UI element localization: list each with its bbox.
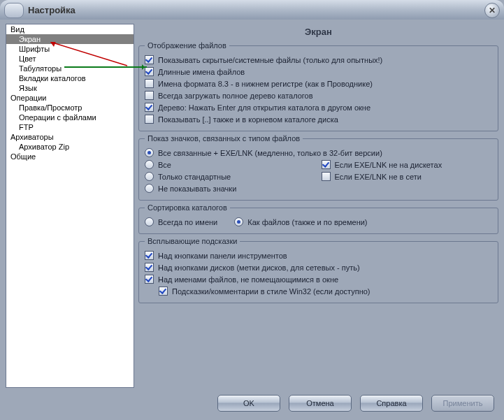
sort-radio-1-radio[interactable] — [234, 217, 243, 226]
icons-radio-3-row: Не показывать значки — [145, 182, 316, 194]
tree-item[interactable]: Вид — [6, 24, 134, 34]
icons-check-0-checkbox[interactable] — [322, 160, 331, 169]
tips-check-0-checkbox[interactable] — [145, 251, 154, 260]
pane-title: Экран — [138, 24, 498, 38]
tips-check-2-label: Над именами файлов, не помещающимися в о… — [158, 275, 338, 284]
main-area: ВидЭкранШрифтыЦветТабуляторыВкладки ката… — [6, 24, 498, 388]
display-opt-3-label: Всегда загружать полное дерево каталогов — [158, 92, 313, 100]
icons-check-1-label: Если EXE/LNK не в сети — [335, 173, 422, 181]
display-opt-2-checkbox[interactable] — [145, 79, 154, 88]
display-opt-2-label: Имена формата 8.3 - в нижнем регистре (к… — [158, 80, 373, 88]
settings-window: Настройка ✕ ВидЭкранШрифтыЦветТабуляторы… — [0, 0, 504, 420]
display-opt-4-row: Дерево: Нажать Enter для открытия катало… — [145, 101, 492, 113]
tree-item[interactable]: Экран — [6, 34, 134, 44]
display-opt-5-checkbox[interactable] — [145, 115, 154, 124]
icons-check-0-row: Если EXE/LNK не на дискетах — [322, 159, 493, 171]
button-bar: OK Отмена Справка Применить — [6, 388, 498, 414]
settings-pane: Экран Отображение файлов Показывать скры… — [138, 24, 498, 388]
display-opt-0-row: Показывать скрытые/системные файлы (толь… — [145, 54, 492, 66]
cancel-button[interactable]: Отмена — [289, 395, 352, 412]
tips-check-0-row: Над кнопками панели инструментов — [145, 249, 492, 261]
icons-radio-1-row: Все — [145, 159, 316, 171]
display-opt-1-row: Длинные имена файлов — [145, 66, 492, 78]
sort-radio-0-radio[interactable] — [145, 217, 154, 226]
ok-button[interactable]: OK — [217, 395, 280, 412]
tree-item[interactable]: Шрифты — [6, 44, 134, 54]
tree-item[interactable]: Вкладки каталогов — [6, 73, 134, 83]
sort-radio-1-row: Как файлов (также и по времени) — [234, 216, 367, 228]
tree-item[interactable]: Правка/Просмотр — [6, 103, 134, 113]
group-sort-legend: Сортировка каталогов — [145, 203, 230, 212]
group-icons: Показ значков, связанных с типом файлов … — [138, 134, 498, 201]
icons-radio-1-label: Все — [158, 161, 171, 169]
display-opt-0-checkbox[interactable] — [145, 55, 154, 64]
help-button[interactable]: Справка — [360, 395, 423, 412]
display-opt-3-row: Всегда загружать полное дерево каталогов — [145, 89, 492, 101]
category-tree[interactable]: ВидЭкранШрифтыЦветТабуляторыВкладки ката… — [6, 24, 134, 388]
tips-sub-checkbox[interactable] — [159, 287, 168, 296]
tree-item[interactable]: Операции с файлами — [6, 113, 134, 122]
tips-sub-row: Подсказки/комментарии в стиле Win32 (есл… — [145, 285, 492, 297]
icons-radio-2-label: Только стандартные — [158, 173, 231, 181]
tips-sub-label: Подсказки/комментарии в стиле Win32 (есл… — [172, 287, 370, 296]
group-tooltips: Всплывающие подсказки Над кнопками панел… — [138, 237, 498, 303]
tree-item[interactable]: Табуляторы — [6, 64, 134, 73]
tree-item[interactable]: Общие — [6, 152, 134, 161]
tree-item[interactable]: FTP — [6, 122, 134, 132]
group-sort: Сортировка каталогов Всегда по имениКак … — [138, 203, 498, 234]
icons-radio-0-row: Все связанные + EXE/LNK (медленно, тольк… — [145, 147, 492, 159]
tips-check-0-label: Над кнопками панели инструментов — [158, 252, 287, 260]
group-file-display: Отображение файлов Показывать скрытые/си… — [138, 41, 498, 131]
display-opt-1-label: Длинные имена файлов — [158, 68, 245, 76]
display-opt-4-label: Дерево: Нажать Enter для открытия катало… — [158, 103, 370, 112]
icons-radio-0-radio[interactable] — [145, 148, 154, 157]
icons-radio-3-radio[interactable] — [145, 184, 154, 193]
tips-check-1-label: Над кнопками дисков (метки дисков, для с… — [158, 263, 360, 272]
tips-check-1-checkbox[interactable] — [145, 263, 154, 272]
icons-radio-2-radio[interactable] — [145, 172, 154, 181]
tips-check-1-row: Над кнопками дисков (метки дисков, для с… — [145, 261, 492, 273]
icons-radio-0-label: Все связанные + EXE/LNK (медленно, тольк… — [158, 149, 382, 157]
display-opt-2-row: Имена формата 8.3 - в нижнем регистре (к… — [145, 78, 492, 89]
tree-item[interactable]: Архиватор Zip — [6, 142, 134, 152]
window-title: Настройка — [28, 5, 75, 15]
sort-radio-0-label: Всегда по имени — [158, 218, 217, 226]
tree-item[interactable]: Язык — [6, 83, 134, 93]
icons-check-1-checkbox[interactable] — [322, 172, 331, 181]
apply-button: Применить — [431, 395, 494, 412]
icons-radio-2-row: Только стандартные — [145, 171, 316, 182]
display-opt-0-label: Показывать скрытые/системные файлы (толь… — [158, 56, 382, 64]
titlebar: Настройка ✕ — [0, 0, 504, 20]
icons-check-1-row: Если EXE/LNK не в сети — [322, 171, 493, 182]
icons-radio-3-label: Не показывать значки — [158, 184, 236, 193]
group-icons-legend: Показ значков, связанных с типом файлов — [145, 134, 303, 143]
display-opt-4-checkbox[interactable] — [145, 103, 154, 112]
close-icon: ✕ — [489, 6, 496, 15]
display-opt-5-row: Показывать [..] также и в корневом катал… — [145, 113, 492, 125]
tree-item[interactable]: Цвет — [6, 54, 134, 64]
close-button[interactable]: ✕ — [484, 3, 500, 18]
icons-check-0-label: Если EXE/LNK не на дискетах — [335, 161, 442, 169]
tips-check-2-checkbox[interactable] — [145, 275, 154, 284]
tips-check-2-row: Над именами файлов, не помещающимися в о… — [145, 273, 492, 285]
content: ВидЭкранШрифтыЦветТабуляторыВкладки ката… — [0, 20, 504, 420]
sort-radio-1-label: Как файлов (также и по времени) — [247, 218, 367, 226]
display-opt-3-checkbox[interactable] — [145, 91, 154, 100]
group-tooltips-legend: Всплывающие подсказки — [145, 237, 240, 245]
group-file-display-legend: Отображение файлов — [145, 41, 229, 50]
display-opt-5-label: Показывать [..] также и в корневом катал… — [158, 115, 338, 124]
icons-radio-1-radio[interactable] — [145, 160, 154, 169]
tree-item[interactable]: Архиваторы — [6, 132, 134, 142]
tree-item[interactable]: Операции — [6, 93, 134, 103]
sort-radio-0-row: Всегда по имени — [145, 216, 217, 228]
display-opt-1-checkbox[interactable] — [145, 67, 154, 76]
